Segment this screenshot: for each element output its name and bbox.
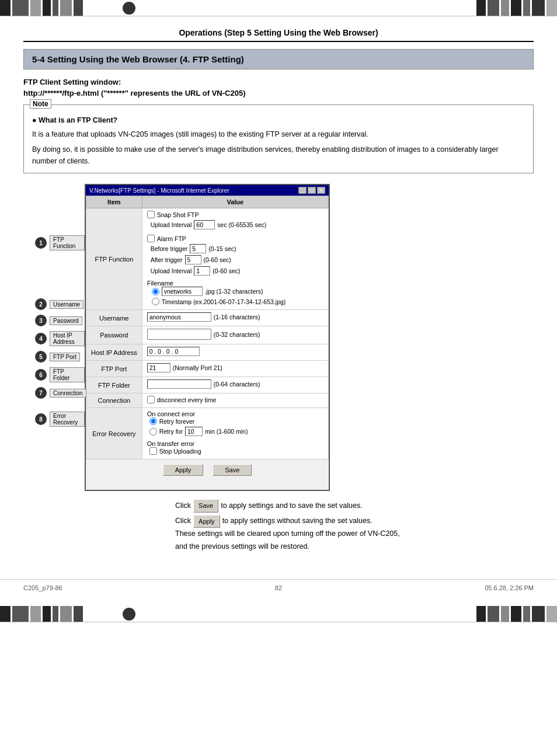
num-circle-2: 2 [35, 298, 47, 310]
upload-interval-label: Upload Interval [151, 221, 192, 228]
row-label-1: FTP Function [50, 235, 85, 250]
ftp-folder-hint: (0-64 characters) [214, 381, 260, 388]
before-trigger-input[interactable] [190, 244, 206, 253]
username-input[interactable] [147, 312, 211, 322]
action-buttons: Apply Save [86, 459, 329, 480]
footer-right: 05.6.28, 2:26 PM [364, 584, 534, 591]
password-label: Password [91, 332, 137, 339]
row-label-8: Error Recovery [50, 412, 85, 427]
upload-interval-unit: sec (0-65535 sec) [217, 221, 266, 228]
retry-forever-label: Retry forever [159, 418, 195, 425]
host-ip-input[interactable] [147, 347, 200, 356]
table-row: Host IP Address [86, 344, 329, 361]
row-label-5: FTP Port [50, 353, 80, 361]
on-connect-label: On connect error [147, 410, 196, 417]
alarm-ftp-checkbox[interactable] [147, 235, 155, 242]
row-label-7: Connection [50, 389, 86, 398]
password-hint: (0-32 characters) [214, 331, 260, 338]
filename-radio-name[interactable] [152, 288, 159, 295]
note-text1: It is a feature that uploads VN-C205 ima… [32, 128, 525, 140]
page-footer: C205_p79-86 82 05.6.28, 2:26 PM [0, 579, 557, 591]
after-trigger-range: (0-60 sec) [204, 256, 231, 263]
username-label: Username [91, 315, 137, 322]
stop-uploading-label: Stop Uploading [159, 448, 201, 455]
footer-center: 82 [193, 584, 363, 591]
error-recovery-label: Error Recovery [91, 430, 137, 437]
table-row: Username (1-16 characters) [86, 310, 329, 326]
note-text2: By doing so, it is possible to make use … [32, 144, 525, 167]
filename-radio-timestamp[interactable] [152, 298, 159, 305]
filename-timestamp-label: Timestamp (ex.2001-06-07-17-34-12-653.jp… [162, 298, 286, 305]
upload-interval2-range: (0-60 sec) [213, 267, 240, 274]
close-button[interactable]: ✕ [317, 187, 325, 194]
ftp-port-label: FTP Port [91, 365, 137, 372]
snap-shot-ftp-checkbox[interactable] [147, 211, 155, 218]
row-label-2: Username [50, 300, 83, 309]
table-row: Error Recovery On connect error Retry fo… [86, 408, 329, 459]
filename-text-input[interactable] [162, 287, 203, 296]
upload-interval2-input[interactable] [194, 266, 210, 276]
note-label: Note [30, 99, 51, 109]
section-header: 5-4 Setting Using the Web Browser (4. FT… [23, 49, 534, 69]
ftp-window-label: FTP Client Setting window: [23, 78, 534, 86]
ftp-port-hint: (Normally Port 21) [173, 364, 222, 371]
browser-titlebar: V.Networks[FTP Settings] - Microsoft Int… [86, 185, 329, 196]
apply-desc-prefix: Click [175, 515, 191, 527]
stop-uploading-checkbox[interactable] [149, 447, 157, 455]
ftp-folder-input[interactable] [147, 379, 211, 389]
ftp-port-input[interactable] [147, 363, 170, 372]
url-label: http://******/ftp-e.html ("******" repre… [23, 89, 534, 97]
apply-desc3: These settings will be cleared upon turn… [175, 529, 400, 538]
retry-for-input[interactable] [185, 427, 203, 436]
table-row: FTP Folder (0-64 characters) [86, 377, 329, 393]
retry-for-unit: min (1-600 min) [205, 428, 248, 435]
col-item-header: Item [86, 196, 142, 208]
row-label-4: Host IP Address [50, 331, 85, 346]
retry-for-radio[interactable] [149, 428, 157, 436]
note-bullet: ● What is an FTP Client? [32, 114, 525, 126]
disconnect-checkbox[interactable] [147, 396, 155, 403]
connection-label: Connection [91, 397, 137, 404]
save-inline-button: Save [193, 499, 218, 513]
apply-inline-button: Apply [193, 515, 220, 528]
table-row: FTP Port (Normally Port 21) [86, 361, 329, 377]
filename-label: Filename [147, 280, 173, 287]
filename-suffix: .jpg (1-32 characters) [205, 288, 263, 295]
retry-forever-radio[interactable] [149, 417, 157, 425]
save-button[interactable]: Save [213, 464, 252, 476]
note-box: Note ● What is an FTP Client? It is a fe… [23, 104, 534, 173]
upload-interval2-label: Upload Interval [151, 267, 192, 274]
browser-title: V.Networks[FTP Settings] - Microsoft Int… [89, 187, 229, 194]
ftp-function-label: FTP Function [91, 256, 137, 263]
footer-left: C205_p79-86 [23, 584, 193, 591]
apply-button[interactable]: Apply [163, 464, 204, 476]
col-value-header: Value [142, 196, 328, 208]
bottom-descriptions: Click Save to apply settings and to save… [175, 499, 534, 553]
alarm-ftp-label: Alarm FTP [157, 235, 186, 242]
row-label-6: FTP Folder [50, 367, 85, 382]
minimize-button[interactable]: _ [298, 187, 307, 194]
upload-interval-input[interactable] [194, 220, 215, 229]
row-label-3: Password [50, 316, 82, 325]
password-input[interactable] [147, 329, 211, 340]
num-circle-6: 6 [35, 369, 47, 381]
username-hint: (1-16 characters) [214, 313, 260, 320]
ftp-folder-label: FTP Folder [91, 382, 137, 389]
maximize-button[interactable]: □ [308, 187, 316, 194]
num-circle-3: 3 [35, 315, 47, 326]
before-trigger-label: Before trigger [151, 245, 188, 252]
table-row: FTP Function Snap Shot FTP Upload Interv… [86, 208, 329, 310]
browser-window: V.Networks[FTP Settings] - Microsoft Int… [85, 184, 330, 491]
num-circle-5: 5 [35, 351, 47, 363]
after-trigger-input[interactable] [185, 255, 201, 264]
num-circle-7: 7 [35, 387, 47, 399]
apply-desc4: and the previous settings will be restor… [175, 542, 309, 551]
apply-desc-suffix: to apply settings without saving the set… [222, 515, 373, 527]
before-trigger-range: (0-15 sec) [208, 245, 236, 252]
retry-for-label: Retry for [159, 428, 183, 435]
chapter-title: Operations (Step 5 Setting Using the Web… [23, 28, 534, 37]
num-circle-4: 4 [35, 333, 47, 344]
save-desc-suffix: to apply settings and to save the set va… [221, 500, 363, 512]
disconnect-label: disconnect every time [157, 396, 217, 403]
num-circle-8: 8 [35, 413, 47, 425]
